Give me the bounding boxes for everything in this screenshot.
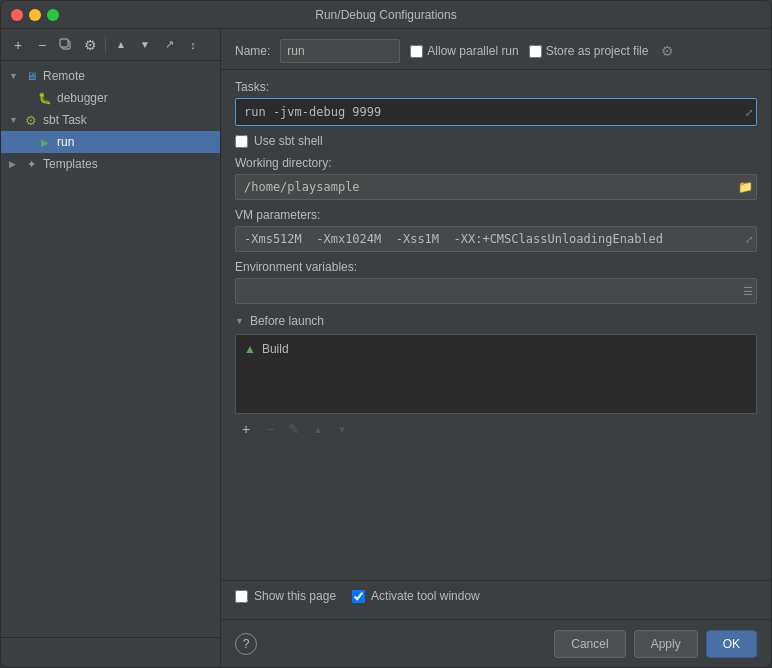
sidebar-toolbar: + − ⚙ ▲ ▼ ↗ ↕ xyxy=(1,29,220,61)
vm-params-group: VM parameters: ⤢ xyxy=(235,208,757,252)
launch-remove-button[interactable]: − xyxy=(259,418,281,440)
remove-config-button[interactable]: − xyxy=(31,34,53,56)
store-project-label: Store as project file xyxy=(546,44,649,58)
remote-icon: 🖥 xyxy=(23,68,39,84)
launch-up-button[interactable]: ▲ xyxy=(307,418,329,440)
tasks-input[interactable] xyxy=(235,98,757,126)
launch-list: ▲ Build xyxy=(235,334,757,414)
move-down-button[interactable]: ▼ xyxy=(134,34,156,56)
add-config-button[interactable]: + xyxy=(7,34,29,56)
launch-toolbar: + − ✎ ▲ ▼ xyxy=(235,418,757,440)
tasks-input-wrapper: ⤢ xyxy=(235,98,757,126)
main-panel: Name: Allow parallel run Store as projec… xyxy=(221,29,771,667)
debug-icon: 🐛 xyxy=(37,90,53,106)
arrow-icon: ▼ xyxy=(9,115,23,125)
show-page-checkbox[interactable] xyxy=(235,590,248,603)
working-dir-input[interactable] xyxy=(235,174,757,200)
env-vars-group: Environment variables: ☰ xyxy=(235,260,757,304)
collapse-arrow-icon[interactable]: ▼ xyxy=(235,316,244,326)
use-sbt-shell-row: Use sbt shell xyxy=(235,134,757,148)
working-dir-group: Working directory: 📁 xyxy=(235,156,757,200)
sidebar-item-templates[interactable]: ▶ ✦ Templates xyxy=(1,153,220,175)
help-button[interactable]: ? xyxy=(235,633,257,655)
templates-icon: ✦ xyxy=(23,156,39,172)
store-project-checkbox[interactable] xyxy=(529,45,542,58)
env-table-icon[interactable]: ☰ xyxy=(743,285,753,298)
minimize-button[interactable] xyxy=(29,9,41,21)
content-area: + − ⚙ ▲ ▼ ↗ ↕ ▼ 🖥 xyxy=(1,29,771,667)
expand-vm-icon[interactable]: ⤢ xyxy=(745,234,753,245)
launch-down-button[interactable]: ▼ xyxy=(331,418,353,440)
tasks-label: Tasks: xyxy=(235,80,757,94)
working-dir-wrapper: 📁 xyxy=(235,174,757,200)
build-label: Build xyxy=(262,342,289,356)
sort-button[interactable]: ↕ xyxy=(182,34,204,56)
vm-params-label: VM parameters: xyxy=(235,208,757,222)
activate-tool-label: Activate tool window xyxy=(371,589,480,603)
vm-params-input[interactable] xyxy=(235,226,757,252)
window-title: Run/Debug Configurations xyxy=(315,8,456,22)
sidebar-item-remote[interactable]: ▼ 🖥 Remote xyxy=(1,65,220,87)
cancel-button[interactable]: Cancel xyxy=(554,630,625,658)
launch-item-build[interactable]: ▲ Build xyxy=(240,339,752,359)
move-to-button[interactable]: ↗ xyxy=(158,34,180,56)
use-sbt-shell-checkbox[interactable] xyxy=(235,135,248,148)
env-vars-wrapper: ☰ xyxy=(235,278,757,304)
sidebar-item-label: debugger xyxy=(57,91,108,105)
store-project-group: Store as project file xyxy=(529,44,649,58)
main-header: Name: Allow parallel run Store as projec… xyxy=(221,29,771,70)
build-arrow-icon: ▲ xyxy=(244,342,256,356)
sidebar-item-run[interactable]: ▶ run xyxy=(1,131,220,153)
activate-tool-checkbox[interactable] xyxy=(352,590,365,603)
sidebar-item-label: run xyxy=(57,135,74,149)
footer: ? Cancel Apply OK xyxy=(221,619,771,667)
copy-config-button[interactable] xyxy=(55,34,77,56)
arrow-icon: ▶ xyxy=(9,159,23,169)
sidebar-tree: ▼ 🖥 Remote 🐛 debugger ▼ ⚙ sbt Task xyxy=(1,61,220,637)
vm-params-wrapper: ⤢ xyxy=(235,226,757,252)
env-vars-label: Environment variables: xyxy=(235,260,757,274)
before-launch-label: Before launch xyxy=(250,314,324,328)
sidebar-item-label: Remote xyxy=(43,69,85,83)
main-content: Tasks: ⤢ Use sbt shell Working directory… xyxy=(221,70,771,580)
settings-config-button[interactable]: ⚙ xyxy=(79,34,101,56)
working-dir-label: Working directory: xyxy=(235,156,757,170)
sidebar: + − ⚙ ▲ ▼ ↗ ↕ ▼ 🖥 xyxy=(1,29,221,667)
name-input[interactable] xyxy=(280,39,400,63)
activate-tool-row: Activate tool window xyxy=(352,589,480,603)
launch-add-button[interactable]: + xyxy=(235,418,257,440)
allow-parallel-label: Allow parallel run xyxy=(427,44,518,58)
copy-icon xyxy=(59,38,73,52)
sidebar-item-sbt-task[interactable]: ▼ ⚙ sbt Task xyxy=(1,109,220,131)
launch-edit-button[interactable]: ✎ xyxy=(283,418,305,440)
ok-button[interactable]: OK xyxy=(706,630,757,658)
expand-icon[interactable]: ⤢ xyxy=(745,107,753,118)
apply-button[interactable]: Apply xyxy=(634,630,698,658)
title-bar: Run/Debug Configurations xyxy=(1,1,771,29)
allow-parallel-group: Allow parallel run xyxy=(410,44,518,58)
sidebar-help-area xyxy=(1,637,220,667)
name-label: Name: xyxy=(235,44,270,58)
arrow-icon: ▼ xyxy=(9,71,23,81)
sidebar-item-label: sbt Task xyxy=(43,113,87,127)
move-up-button[interactable]: ▲ xyxy=(110,34,132,56)
bottom-options: Show this page Activate tool window xyxy=(221,580,771,619)
run-icon: ▶ xyxy=(37,134,53,150)
show-page-row: Show this page xyxy=(235,589,336,603)
folder-icon[interactable]: 📁 xyxy=(738,180,753,194)
show-page-label: Show this page xyxy=(254,589,336,603)
before-launch-header: ▼ Before launch xyxy=(235,314,757,328)
toolbar-separator xyxy=(105,37,106,53)
svg-rect-1 xyxy=(60,39,68,47)
project-gear-button[interactable]: ⚙ xyxy=(658,42,676,60)
sidebar-item-label: Templates xyxy=(43,157,98,171)
sidebar-item-debugger[interactable]: 🐛 debugger xyxy=(1,87,220,109)
maximize-button[interactable] xyxy=(47,9,59,21)
sbt-icon: ⚙ xyxy=(23,112,39,128)
allow-parallel-checkbox[interactable] xyxy=(410,45,423,58)
traffic-lights xyxy=(11,9,59,21)
main-window: Run/Debug Configurations + − ⚙ ▲ ▼ ↗ ↕ xyxy=(0,0,772,668)
close-button[interactable] xyxy=(11,9,23,21)
env-vars-input[interactable] xyxy=(235,278,757,304)
use-sbt-shell-label: Use sbt shell xyxy=(254,134,323,148)
